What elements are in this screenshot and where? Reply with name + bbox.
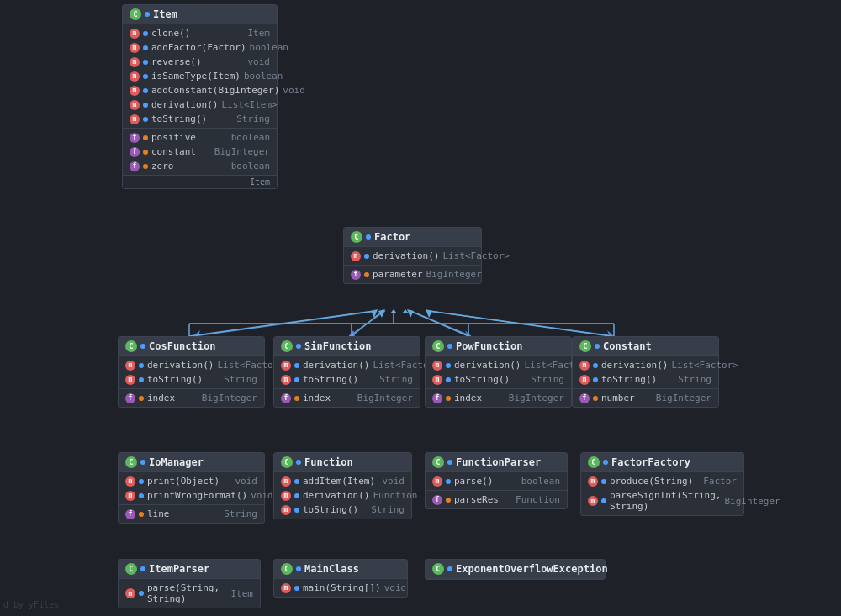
method-icon: m bbox=[130, 29, 140, 39]
method-icon: m bbox=[588, 496, 598, 506]
table-row: m clone() Item bbox=[123, 26, 277, 40]
svg-line-2 bbox=[349, 311, 385, 336]
method-icon: m bbox=[432, 375, 442, 385]
class-sinfunction-icon: C bbox=[281, 340, 293, 352]
class-item-footer: Item bbox=[123, 175, 277, 188]
class-powfunction-header: C PowFunction bbox=[426, 337, 571, 356]
table-row: f parseRes Function bbox=[426, 492, 567, 507]
method-icon: m bbox=[351, 251, 361, 261]
field-label: line bbox=[147, 508, 220, 519]
class-itemparser-methods: m parse(String, String) Item bbox=[119, 579, 260, 608]
table-row: f constant BigInteger bbox=[123, 145, 277, 159]
method-icon: m bbox=[125, 588, 135, 598]
field-dot bbox=[446, 396, 451, 401]
method-type: String bbox=[236, 113, 270, 124]
method-dot bbox=[601, 479, 606, 484]
table-row: f line String bbox=[119, 507, 264, 521]
class-iomanager-header: C IoManager bbox=[119, 453, 264, 472]
svg-line-8 bbox=[189, 311, 374, 336]
method-icon: m bbox=[281, 505, 291, 515]
class-itemparser-name: ItemParser bbox=[149, 563, 209, 575]
field-type: BigInteger bbox=[357, 392, 413, 403]
class-item-dot bbox=[145, 12, 150, 17]
class-functionparser-dot bbox=[447, 460, 452, 465]
class-mainclass-header: C MainClass bbox=[274, 560, 407, 579]
method-icon: m bbox=[588, 476, 598, 487]
method-label: addConstant(BigInteger) bbox=[151, 85, 279, 96]
field-dot bbox=[143, 150, 148, 155]
field-type: String bbox=[224, 508, 257, 519]
table-row: m printWrongFormat() void bbox=[119, 488, 264, 503]
table-row: m addConstant(BigInteger) void bbox=[123, 83, 277, 97]
class-functionparser-methods: m parse() boolean bbox=[426, 472, 567, 490]
class-factor-icon: C bbox=[351, 231, 362, 243]
field-label: number bbox=[601, 392, 653, 403]
method-type: String bbox=[371, 504, 405, 515]
method-label: addItem(Item) bbox=[303, 476, 379, 487]
field-type: BigInteger bbox=[509, 392, 564, 403]
field-label: positive bbox=[151, 132, 228, 143]
table-row: m print(Object) void bbox=[119, 474, 264, 488]
class-powfunction-dot bbox=[447, 344, 452, 349]
table-row: f zero boolean bbox=[123, 159, 277, 173]
method-icon: m bbox=[281, 583, 291, 593]
method-dot bbox=[143, 88, 148, 93]
class-powfunction-icon: C bbox=[432, 340, 444, 352]
class-function: C Function m addItem(Item) void m deriva… bbox=[273, 452, 412, 519]
table-row: f positive boolean bbox=[123, 130, 277, 145]
table-row: m reverse() void bbox=[123, 55, 277, 69]
class-constant-icon: C bbox=[579, 340, 591, 352]
class-cosfunction-header: C CosFunction bbox=[119, 337, 264, 356]
field-icon: f bbox=[281, 393, 291, 403]
table-row: m derivation() Function bbox=[274, 488, 411, 503]
field-label: parameter bbox=[373, 269, 423, 280]
field-dot bbox=[364, 272, 369, 277]
class-powfunction-fields: f index BigInteger bbox=[426, 388, 571, 407]
method-dot bbox=[139, 377, 144, 382]
method-type: String bbox=[531, 374, 564, 385]
field-dot bbox=[593, 396, 598, 401]
field-dot bbox=[139, 396, 144, 401]
class-functionparser-name: FunctionParser bbox=[456, 456, 541, 468]
class-iomanager-methods: m print(Object) void m printWrongFormat(… bbox=[119, 472, 264, 504]
svg-line-6 bbox=[429, 311, 614, 336]
field-icon: f bbox=[125, 509, 135, 519]
class-item-name: Item bbox=[153, 8, 177, 20]
method-icon: m bbox=[125, 476, 135, 487]
svg-marker-9 bbox=[371, 309, 378, 318]
method-icon: m bbox=[579, 361, 590, 371]
method-dot bbox=[294, 479, 299, 484]
method-type: List<Item> bbox=[221, 99, 277, 110]
class-factor-fields: f parameter BigInteger bbox=[344, 265, 481, 283]
table-row: m derivation() List<Factor> bbox=[426, 358, 571, 372]
method-label: derivation() bbox=[303, 490, 369, 501]
table-row: f index BigInteger bbox=[119, 391, 264, 405]
table-row: m parse() boolean bbox=[426, 474, 567, 488]
class-itemparser-icon: C bbox=[125, 563, 137, 575]
method-dot bbox=[143, 103, 148, 108]
class-functionparser-fields: f parseRes Function bbox=[426, 490, 567, 508]
table-row: m derivation() List<Item> bbox=[123, 97, 277, 112]
method-label: toString() bbox=[151, 113, 233, 124]
table-row: m parse(String, String) Item bbox=[119, 581, 260, 606]
svg-line-0 bbox=[193, 311, 377, 336]
method-type: void bbox=[235, 476, 258, 487]
method-icon: m bbox=[125, 491, 135, 501]
method-type: void bbox=[248, 56, 271, 67]
class-sinfunction-dot bbox=[296, 344, 301, 349]
class-constant-dot bbox=[595, 344, 600, 349]
table-row: f index BigInteger bbox=[274, 391, 420, 405]
method-label: derivation() bbox=[454, 360, 521, 371]
table-row: m toString() String bbox=[123, 112, 277, 126]
method-type: Item bbox=[231, 588, 254, 599]
class-item: C Item m clone() Item m addFactor(Factor… bbox=[122, 4, 278, 189]
method-type: void bbox=[251, 490, 273, 501]
class-iomanager-name: IoManager bbox=[149, 456, 204, 468]
class-powfunction-name: PowFunction bbox=[456, 340, 522, 352]
method-label: derivation() bbox=[151, 99, 218, 110]
field-icon: f bbox=[130, 133, 140, 143]
field-dot bbox=[139, 512, 144, 517]
method-dot bbox=[143, 117, 148, 122]
class-sinfunction-header: C SinFunction bbox=[274, 337, 420, 356]
class-iomanager-fields: f line String bbox=[119, 504, 264, 523]
